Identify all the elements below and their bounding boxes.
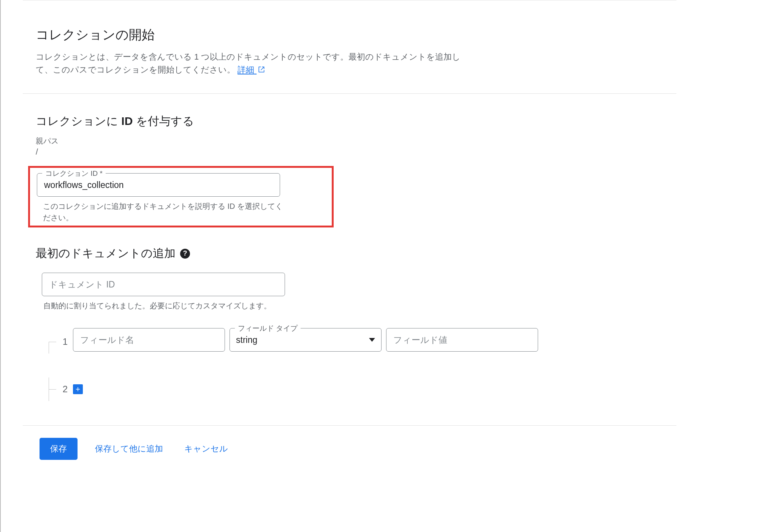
collection-id-highlight: コレクション ID * このコレクションに追加するドキュメントを説明する ID …: [28, 166, 334, 227]
dialog-inner: コレクションの開始 コレクションとは、データを含んでいる 1 つ以上のドキュメン…: [23, 0, 676, 460]
parent-path-value: /: [36, 147, 676, 157]
collection-id-input[interactable]: [43, 180, 274, 191]
divider: [23, 93, 676, 94]
field-value-input[interactable]: [393, 335, 532, 346]
chevron-down-icon: [369, 338, 375, 342]
field-row: 1 フィールド タイプ string: [45, 328, 676, 355]
parent-path-label: 親パス: [36, 136, 676, 146]
assign-id-title-prefix: コレクションに: [36, 115, 121, 127]
field-name-input[interactable]: [79, 335, 218, 346]
collection-id-helper: このコレクションに追加するドキュメントを説明する ID を選択してください。: [43, 200, 286, 223]
field-type-wrap: フィールド タイプ string: [230, 328, 382, 352]
learn-more-link[interactable]: 詳細: [238, 65, 265, 74]
external-link-icon: [258, 64, 265, 77]
first-doc-title-text: 最初のドキュメントの追加: [36, 246, 176, 261]
learn-more-label: 詳細: [238, 65, 254, 74]
add-field-row: 2: [45, 377, 676, 401]
fields-tree: 1 フィールド タイプ string: [45, 328, 676, 401]
save-and-add-button[interactable]: 保存して他に追加: [91, 439, 167, 459]
collection-id-label: コレクション ID *: [42, 169, 106, 178]
cancel-button[interactable]: キャンセル: [180, 439, 232, 459]
assign-id-title-suffix: を付与する: [133, 115, 194, 127]
dialog-container: コレクションの開始 コレクションとは、データを含んでいる 1 つ以上のドキュメン…: [0, 0, 760, 532]
assign-id-title: コレクションに ID を付与する: [36, 114, 676, 129]
field-inputs: フィールド タイプ string: [73, 328, 538, 355]
doc-id-field[interactable]: [42, 273, 285, 296]
dialog-description: コレクションとは、データを含んでいる 1 つ以上のドキュメントのセットです。最初…: [36, 51, 469, 77]
doc-id-input[interactable]: [48, 279, 279, 290]
collection-id-field-wrap: コレクション ID *: [37, 173, 325, 197]
help-icon[interactable]: ?: [180, 249, 190, 259]
assign-id-title-bold: ID: [121, 115, 133, 127]
dialog-actions: 保存 保存して他に追加 キャンセル: [23, 426, 676, 460]
plus-icon: [74, 386, 81, 393]
field-name-wrap: [73, 328, 225, 352]
field-type-label: フィールド タイプ: [235, 324, 301, 333]
field-type-value: string: [236, 335, 365, 345]
doc-id-helper: 自動的に割り当てられました。必要に応じてカスタマイズします。: [43, 300, 285, 311]
save-button[interactable]: 保存: [40, 438, 78, 460]
dialog-title: コレクションの開始: [36, 26, 676, 44]
field-value-wrap: [386, 328, 538, 352]
doc-id-field-wrap: [42, 273, 285, 296]
add-field-index: 2: [45, 377, 73, 401]
first-doc-title: 最初のドキュメントの追加 ?: [36, 246, 676, 261]
add-field-button[interactable]: [73, 384, 83, 394]
field-name-field[interactable]: [73, 328, 225, 352]
doc-id-block: 自動的に割り当てられました。必要に応じてカスタマイズします。: [42, 273, 285, 311]
field-value-field[interactable]: [386, 328, 538, 352]
field-row-index: 1: [45, 330, 73, 354]
